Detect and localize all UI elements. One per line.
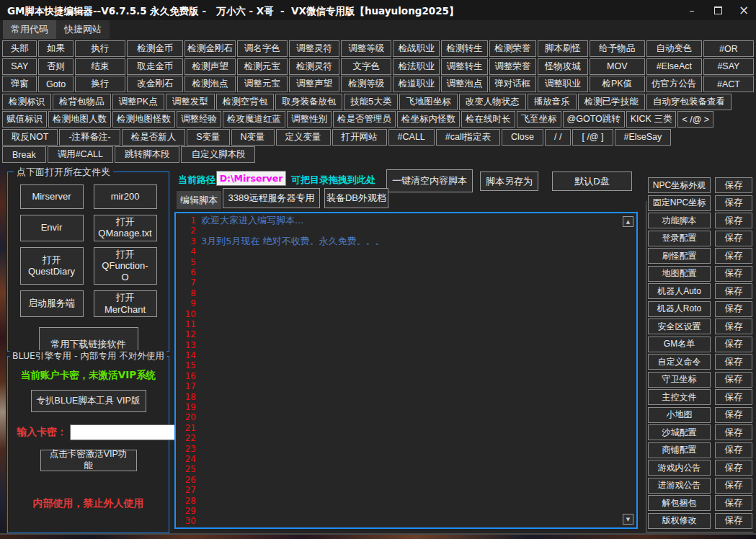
save-button[interactable]: 保存	[715, 460, 752, 476]
grid-button[interactable]: / /	[545, 129, 571, 146]
grid-button[interactable]: 检测地图怪数	[112, 111, 175, 128]
folder-button[interactable]: 启动服务端	[20, 290, 84, 317]
grid-button[interactable]: 自动变色	[646, 40, 702, 57]
grid-button[interactable]: #ElseAct	[646, 58, 702, 75]
save-button[interactable]: 保存	[715, 195, 752, 211]
grid-button[interactable]: 调名字色	[237, 40, 288, 57]
grid-button[interactable]: 检坐标内怪数	[397, 111, 460, 128]
grid-button[interactable]: 调整发型	[166, 94, 215, 110]
save-button[interactable]: 保存	[715, 495, 752, 511]
minimize-button[interactable]: –	[684, 2, 700, 18]
grid-button[interactable]: 检攻魔道红蓝	[223, 111, 285, 128]
scroll-up-button[interactable]: ▲	[623, 216, 633, 227]
config-button[interactable]: 商铺配置	[648, 442, 711, 458]
config-button[interactable]: 版权修改	[648, 513, 711, 529]
folder-button[interactable]: mir200	[94, 184, 157, 209]
grid-button[interactable]: 调整元宝	[237, 76, 288, 92]
save-button[interactable]: 保存	[715, 372, 752, 388]
grid-button[interactable]: 检测元宝	[237, 58, 288, 75]
grid-button[interactable]: [ /@ ]	[572, 129, 613, 146]
config-button[interactable]: 主控文件	[648, 389, 711, 405]
grid-button[interactable]: 赋值标识	[2, 111, 47, 128]
grid-button[interactable]: 飞地图坐标	[399, 94, 458, 110]
config-button[interactable]: 机器人Auto	[648, 283, 711, 299]
grid-button[interactable]: 怪物攻城	[538, 58, 588, 75]
grid-button[interactable]: 结束	[75, 58, 125, 75]
grid-button[interactable]: 检测已学技能	[578, 94, 645, 110]
grid-button[interactable]: 取身装备放包	[275, 94, 342, 110]
grid-button[interactable]: MOV	[590, 58, 645, 75]
script-editor[interactable]: 1 欢迎大家进入编写脚本... 2 3 3月到5月现在 绝对不收费。永久免费。。…	[174, 212, 638, 529]
save-as-button[interactable]: 脚本另存为	[480, 172, 538, 191]
folder-button[interactable]: 打开 QFunction-O	[94, 247, 157, 285]
grid-button[interactable]: 检测灵符	[289, 58, 339, 75]
grid-button[interactable]: 打开网站	[332, 129, 387, 146]
save-button[interactable]: 保存	[715, 354, 752, 370]
grid-button[interactable]: 飞至坐标	[517, 111, 561, 128]
grid-button[interactable]: 检在线时长	[461, 111, 515, 128]
grid-button[interactable]: 检道职业	[393, 76, 440, 92]
grid-button[interactable]: 执行	[75, 40, 125, 57]
grid-button[interactable]: 换行	[75, 76, 125, 92]
folder-button[interactable]: Envir	[20, 215, 84, 241]
grid-button[interactable]: 改变人物状态	[459, 94, 526, 110]
save-button[interactable]: 保存	[715, 213, 752, 228]
close-button[interactable]: ×	[736, 2, 752, 18]
grid-button[interactable]: 给予物品	[590, 40, 645, 57]
grid-button[interactable]: 跳转脚本段	[115, 146, 180, 163]
grid-button[interactable]: 调整灵符	[289, 40, 339, 57]
save-button[interactable]: 保存	[715, 389, 752, 405]
grid-button[interactable]: 调整等级	[341, 40, 391, 57]
grid-button[interactable]: N变量	[231, 129, 275, 146]
grid-button[interactable]: 检测金币	[127, 40, 183, 57]
grid-button[interactable]: 文字色	[341, 58, 391, 75]
default-d-drive-button[interactable]: 默认D盘	[552, 172, 632, 191]
grid-button[interactable]: 检是否管理员	[333, 111, 396, 128]
grid-button[interactable]: 仿官方公告	[646, 76, 702, 92]
grid-button[interactable]: 自动穿包装备查看	[646, 94, 731, 110]
grid-button[interactable]: 检测声望	[184, 58, 235, 75]
config-button[interactable]: 机器人Roto	[648, 301, 711, 317]
grid-button[interactable]: #ACT	[703, 76, 754, 92]
config-button[interactable]: 固定NPC坐标	[648, 195, 711, 211]
grid-button[interactable]: 检背包物品	[53, 94, 111, 110]
grid-button[interactable]: 改金刚石	[127, 76, 183, 92]
remote-3389-button[interactable]: 3389远程服务器专用	[223, 188, 320, 208]
save-button[interactable]: 保存	[715, 248, 752, 264]
grid-button[interactable]: 调整泡点	[441, 76, 488, 92]
equip-db-button[interactable]: 装备DB外观档	[324, 188, 388, 208]
save-button[interactable]: 保存	[715, 177, 752, 193]
grid-button[interactable]: #SAY	[703, 58, 754, 75]
grid-button[interactable]: 否则	[38, 58, 73, 75]
save-button[interactable]: 保存	[715, 266, 752, 282]
config-button[interactable]: 解包捆包	[648, 495, 711, 511]
save-button[interactable]: 保存	[715, 301, 752, 317]
config-button[interactable]: 功能脚本	[648, 213, 711, 228]
grid-button[interactable]: 取反NOT	[2, 129, 58, 146]
save-button[interactable]: 保存	[715, 337, 752, 352]
grid-button[interactable]: 检战职业	[393, 40, 440, 57]
grid-button[interactable]: 头部	[2, 40, 37, 57]
grid-button[interactable]: S变量	[187, 129, 229, 146]
grid-button[interactable]: 检测空背包	[216, 94, 275, 110]
grid-button[interactable]: 弹对话框	[489, 76, 536, 92]
config-button[interactable]: 地图配置	[648, 266, 711, 282]
menu-item-quick-sites[interactable]: 快捷网站	[56, 20, 110, 39]
grid-button[interactable]: 检测标识	[2, 94, 51, 110]
config-button[interactable]: 自定义命令	[648, 354, 711, 370]
grid-button[interactable]: 调整荣誉	[489, 58, 536, 75]
grid-button[interactable]: < /@ >	[677, 111, 713, 128]
config-button[interactable]: NPC坐标外观	[648, 177, 711, 193]
grid-button[interactable]: 检是否新人	[122, 129, 186, 146]
grid-button[interactable]: 如果	[38, 40, 73, 57]
config-button[interactable]: 刷怪配置	[648, 248, 711, 264]
clear-script-button[interactable]: 一键清空内容脚本	[386, 169, 473, 192]
folder-button[interactable]: 打开QuestDiary	[20, 247, 84, 285]
activate-vip-button[interactable]: 点击卡密激活VIP功能	[40, 450, 137, 471]
config-button[interactable]: 小地图	[648, 407, 711, 423]
grid-button[interactable]: 检测等级	[341, 76, 391, 92]
maximize-button[interactable]	[710, 2, 726, 18]
grid-button[interactable]: 调整性别	[287, 111, 332, 128]
scroll-down-button[interactable]: ▼	[623, 514, 633, 525]
tab-edit-script[interactable]: 编辑脚本	[177, 191, 221, 209]
